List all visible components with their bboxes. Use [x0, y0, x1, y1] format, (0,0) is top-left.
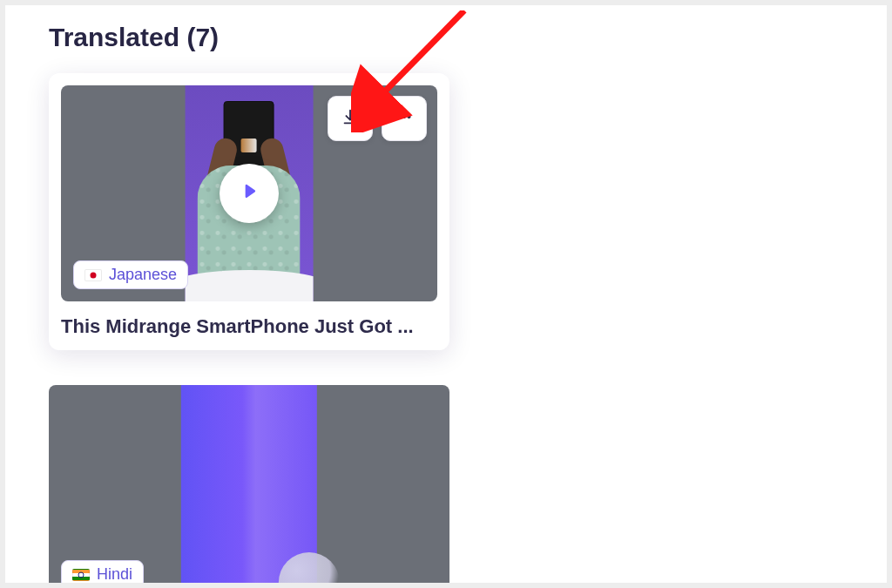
download-button[interactable] [328, 96, 373, 141]
video-card[interactable]: Japanese This Midrange SmartPhone Just G… [49, 73, 449, 350]
more-icon [395, 107, 414, 130]
language-tag: Japanese [73, 260, 188, 289]
video-thumbnail[interactable]: Hindi [49, 385, 449, 588]
play-button[interactable] [220, 164, 279, 223]
section-heading: Translated (7) [49, 23, 843, 52]
flag-icon [84, 269, 102, 281]
video-grid: Japanese This Midrange SmartPhone Just G… [49, 73, 843, 588]
svg-point-0 [398, 115, 401, 118]
flag-icon [72, 569, 90, 581]
video-thumbnail[interactable]: Japanese [61, 85, 437, 301]
svg-point-2 [408, 115, 410, 118]
play-icon [238, 180, 260, 206]
more-button[interactable] [382, 96, 427, 141]
language-label: Japanese [109, 266, 177, 284]
download-icon [341, 107, 360, 130]
language-label: Hindi [97, 565, 132, 584]
svg-point-1 [402, 115, 405, 118]
video-title: This Midrange SmartPhone Just Got ... [61, 315, 437, 338]
language-tag: Hindi [61, 560, 144, 588]
video-card[interactable]: Hindi Shorts_2 AI Websites AI Sample 3.m… [49, 385, 449, 588]
thumbnail-preview [181, 385, 317, 588]
